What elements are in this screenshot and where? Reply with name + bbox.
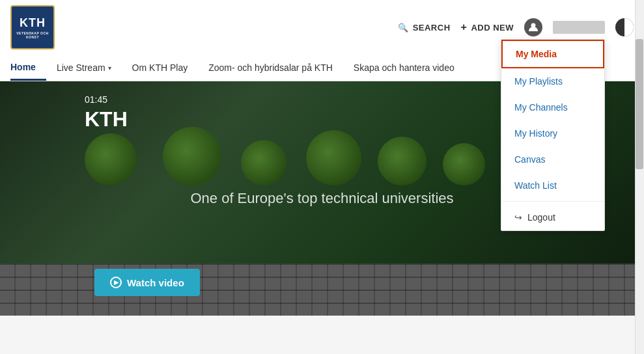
scrollbar-thumb[interactable]	[636, 39, 643, 169]
scrollbar[interactable]	[635, 0, 644, 354]
nav-skapa[interactable]: Skapa och hantera video	[343, 55, 465, 81]
watch-list-label: Watch List	[514, 180, 557, 191]
play-circle-icon: ▶	[110, 277, 122, 288]
dropdown-divider	[501, 201, 604, 202]
contrast-toggle[interactable]	[615, 18, 634, 36]
logo-area: KTH VETENSKAP OCH KONST	[10, 5, 55, 49]
search-icon: 🔍	[398, 23, 409, 33]
livestream-chevron-icon: ▾	[108, 64, 111, 72]
tree-decoration	[163, 127, 221, 185]
dropdown-my-channels[interactable]: My Channels	[501, 94, 604, 120]
nav-om-kth-label: Om KTH Play	[132, 62, 188, 73]
header-actions: 🔍 SEARCH + ADD NEW	[398, 18, 634, 36]
add-new-label: ADD NEW	[471, 23, 514, 33]
dropdown-my-history[interactable]: My History	[501, 120, 604, 146]
tree-decoration	[306, 130, 361, 185]
nav-zoom-label: Zoom- och hybridsalar på KTH	[208, 62, 333, 73]
nav-zoom[interactable]: Zoom- och hybridsalar på KTH	[198, 55, 343, 81]
dropdown-my-playlists[interactable]: My Playlists	[501, 68, 604, 94]
dropdown-canvas[interactable]: Canvas	[501, 146, 604, 172]
tree-decoration	[241, 140, 287, 185]
tree-decoration	[85, 133, 137, 185]
dropdown-watch-list[interactable]: Watch List	[501, 172, 604, 198]
my-media-label: My Media	[516, 49, 557, 59]
search-label: SEARCH	[413, 23, 451, 33]
nav-home-label: Home	[10, 62, 36, 72]
nav-home[interactable]: Home	[10, 55, 46, 81]
watch-button-label: Watch video	[127, 277, 184, 288]
username-display	[553, 21, 605, 34]
logo-kth-text: KTH	[20, 16, 46, 30]
nav-livestream[interactable]: Live Stream ▾	[46, 55, 122, 81]
logout-label: Logout	[527, 212, 555, 223]
my-channels-label: My Channels	[514, 102, 568, 113]
my-history-label: My History	[514, 128, 557, 139]
kth-logo[interactable]: KTH VETENSKAP OCH KONST	[10, 5, 55, 49]
my-playlists-label: My Playlists	[514, 76, 563, 87]
watch-video-button[interactable]: ▶ Watch video	[94, 269, 200, 296]
logo-sub-text: VETENSKAP OCH KONST	[12, 31, 53, 39]
tree-decoration	[443, 143, 485, 185]
add-new-button[interactable]: + ADD NEW	[461, 21, 514, 33]
hero-title: KTH	[85, 107, 128, 131]
plus-icon: +	[461, 21, 468, 33]
hero-timestamp: 01:45	[85, 94, 107, 105]
hero-subtitle: One of Europe's top technical universiti…	[190, 190, 453, 207]
nav-skapa-label: Skapa och hantera video	[354, 62, 455, 73]
canvas-label: Canvas	[514, 154, 545, 165]
dropdown-my-media[interactable]: My Media	[501, 40, 604, 68]
dropdown-logout[interactable]: ↪ Logout	[501, 204, 604, 230]
tree-decoration	[378, 137, 427, 185]
nav-livestream-label: Live Stream	[57, 62, 105, 73]
search-button[interactable]: 🔍 SEARCH	[398, 23, 450, 33]
user-avatar-icon[interactable]	[524, 18, 542, 36]
user-dropdown-menu: My Media My Playlists My Channels My His…	[501, 39, 605, 231]
nav-om-kth-play[interactable]: Om KTH Play	[122, 55, 199, 81]
logout-icon: ↪	[514, 212, 522, 223]
